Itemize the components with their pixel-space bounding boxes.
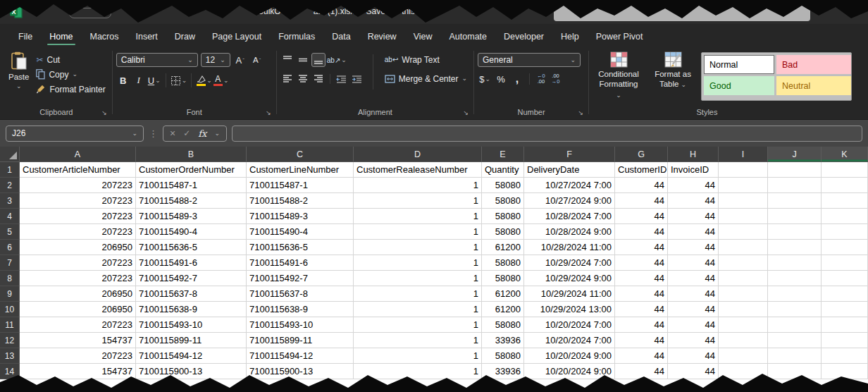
cell-K6[interactable] — [822, 240, 868, 255]
cell-G1[interactable]: CustomerID — [615, 162, 668, 178]
row-header-6[interactable]: 6 — [0, 240, 20, 255]
cell-A14[interactable]: 154737 — [20, 364, 136, 379]
cell-E14[interactable]: 33936 — [482, 364, 524, 379]
cell-C8[interactable]: 7100115492-7 — [247, 271, 354, 286]
cell-I5[interactable] — [719, 224, 768, 240]
tab-power-pivot[interactable]: Power Pivot — [588, 27, 652, 47]
enter-icon[interactable]: ✓ — [183, 128, 190, 138]
cell-B11[interactable]: 7100115493-10 — [136, 317, 247, 333]
cell-K11[interactable] — [822, 317, 868, 333]
cell-J6[interactable] — [768, 240, 822, 255]
style-bad[interactable]: Bad — [776, 55, 852, 74]
cell-F5[interactable]: 10/28/2024 9:00 — [524, 224, 615, 240]
insert-function-icon[interactable]: fx — [198, 128, 206, 139]
align-right-button[interactable] — [311, 72, 326, 86]
cell-G11[interactable]: 44 — [615, 317, 668, 333]
row-header-13[interactable]: 13 — [0, 348, 20, 364]
cell-E1[interactable]: Quantity — [482, 162, 524, 178]
tab-developer[interactable]: Developer — [495, 27, 552, 47]
column-header-E[interactable]: E — [482, 147, 524, 162]
cell-G13[interactable]: 44 — [615, 348, 668, 364]
name-box[interactable]: J26 ⌄ — [6, 125, 144, 142]
decrease-decimal-button[interactable]: .00 →0 — [550, 73, 562, 85]
cell-J2[interactable] — [768, 178, 822, 193]
cell-B14[interactable]: 7100115900-13 — [136, 364, 247, 379]
cell-F3[interactable]: 10/27/2024 9:00 — [524, 193, 615, 209]
cell-B9[interactable]: 7100115637-8 — [136, 286, 247, 302]
cell-D8[interactable]: 1 — [354, 271, 482, 286]
fill-color-button[interactable]: ⌄ — [196, 73, 212, 87]
cell-F1[interactable]: DeliveryDate — [524, 162, 615, 178]
align-bottom-button[interactable] — [311, 53, 326, 67]
cell-I1[interactable] — [719, 162, 768, 178]
cell-A4[interactable]: 207223 — [20, 209, 136, 224]
cell-B2[interactable]: 7100115487-1 — [136, 178, 247, 193]
cell-I12[interactable] — [719, 333, 768, 348]
title-chevron-down-icon[interactable]: ⌄ — [423, 7, 430, 16]
style-normal[interactable]: Normal — [704, 55, 774, 74]
row-header-2[interactable]: 2 — [0, 178, 20, 193]
font-color-button[interactable]: A ⌄ — [213, 73, 229, 87]
percent-button[interactable]: % — [494, 72, 508, 86]
tab-data[interactable]: Data — [323, 27, 359, 47]
column-header-C[interactable]: C — [247, 147, 354, 162]
row-header-4[interactable]: 4 — [0, 209, 20, 224]
cell-H2[interactable]: 44 — [668, 178, 719, 193]
tab-home[interactable]: Home — [41, 27, 81, 47]
cell-K5[interactable] — [822, 224, 868, 240]
cell-E13[interactable]: 58080 — [482, 348, 524, 364]
row-header-9[interactable]: 9 — [0, 286, 20, 302]
cell-H4[interactable]: 44 — [668, 209, 719, 224]
cell-J11[interactable] — [768, 317, 822, 333]
cell-G10[interactable]: 44 — [615, 302, 668, 317]
cell-C13[interactable]: 7100115494-12 — [247, 348, 354, 364]
cell-B6[interactable]: 7100115636-5 — [136, 240, 247, 255]
cell-B3[interactable]: 7100115488-2 — [136, 193, 247, 209]
cell-I2[interactable] — [719, 178, 768, 193]
row-header-3[interactable]: 3 — [0, 193, 20, 209]
cell-K1[interactable] — [822, 162, 868, 178]
format-as-table-button[interactable]: Format as Table ⌄ — [647, 49, 698, 101]
cell-D3[interactable]: 1 — [354, 193, 482, 209]
cell-I11[interactable] — [719, 317, 768, 333]
cell-F12[interactable]: 10/20/2024 7:00 — [524, 333, 615, 348]
cell-C12[interactable]: 7100115899-11 — [247, 333, 354, 348]
cell-D1[interactable]: CustomerRealeaseNumber — [354, 162, 482, 178]
cell-E10[interactable]: 61200 — [482, 302, 524, 317]
cell-E8[interactable]: 58080 — [482, 271, 524, 286]
cell-I9[interactable] — [719, 286, 768, 302]
cell-A2[interactable]: 207223 — [20, 178, 136, 193]
cell-E11[interactable]: 58080 — [482, 317, 524, 333]
cell-K14[interactable] — [822, 364, 868, 379]
row-header-10[interactable]: 10 — [0, 302, 20, 317]
cell-I3[interactable] — [719, 193, 768, 209]
cell-H3[interactable]: 44 — [668, 193, 719, 209]
select-all-corner[interactable] — [0, 147, 20, 162]
cell-J4[interactable] — [768, 209, 822, 224]
bold-button[interactable]: B — [116, 73, 130, 87]
cell-G7[interactable]: 44 — [615, 255, 668, 271]
cell-K3[interactable] — [822, 193, 868, 209]
cell-K9[interactable] — [822, 286, 868, 302]
cell-D5[interactable]: 1 — [354, 224, 482, 240]
cell-F9[interactable]: 10/29/2024 11:00 — [524, 286, 615, 302]
name-box-chevron-icon[interactable]: ⌄ — [132, 130, 137, 137]
cell-C6[interactable]: 7100115636-5 — [247, 240, 354, 255]
cell-E6[interactable]: 61200 — [482, 240, 524, 255]
cell-J5[interactable] — [768, 224, 822, 240]
cell-H12[interactable]: 44 — [668, 333, 719, 348]
increase-indent-button[interactable] — [350, 72, 364, 86]
cell-E7[interactable]: 58080 — [482, 255, 524, 271]
cell-F13[interactable]: 10/20/2024 9:00 — [524, 348, 615, 364]
cell-D2[interactable]: 1 — [354, 178, 482, 193]
conditional-formatting-button[interactable]: Conditional Formatting ⌄ — [593, 49, 645, 101]
tab-draw[interactable]: Draw — [166, 27, 204, 47]
formula-input[interactable] — [232, 125, 862, 142]
cell-H6[interactable]: 44 — [668, 240, 719, 255]
cell-I10[interactable] — [719, 302, 768, 317]
align-top-button[interactable] — [280, 53, 294, 67]
cell-I13[interactable] — [719, 348, 768, 364]
cell-D9[interactable]: 1 — [354, 286, 482, 302]
column-header-I[interactable]: I — [719, 147, 768, 162]
cell-A1[interactable]: CustomerArticleNumber — [20, 162, 136, 178]
